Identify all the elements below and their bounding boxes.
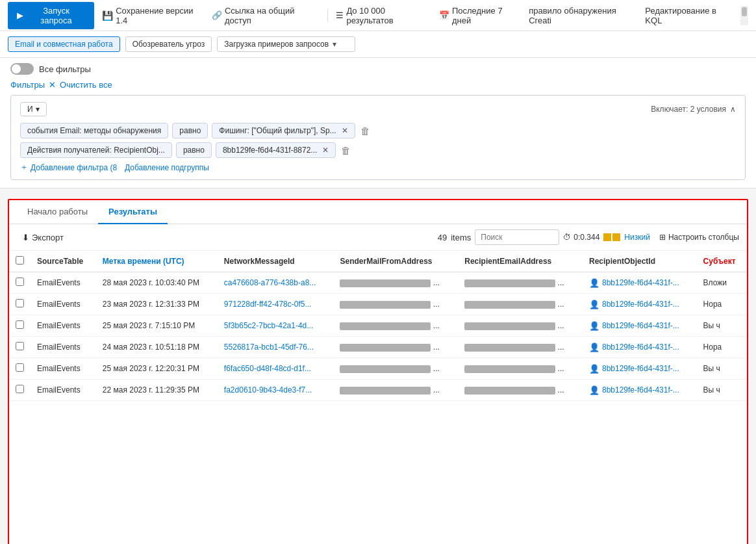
cell-source-5: EmailEvents	[31, 380, 96, 401]
remove-value-2-icon[interactable]: ✕	[322, 146, 329, 155]
close-filters-icon[interactable]: ✕	[49, 80, 56, 90]
remove-value-1-icon[interactable]: ✕	[342, 126, 348, 135]
search-input[interactable]	[475, 229, 559, 245]
detect-label: правило обнаружения Creati	[529, 6, 637, 25]
objid-link-2[interactable]: 8bb129fe-f6d4-431f-...	[602, 321, 679, 330]
row-checkbox-cell[interactable]	[9, 358, 31, 380]
cell-source-2: EmailEvents	[31, 315, 96, 337]
filter-field-1[interactable]: события Email: методы обнаружения	[20, 123, 168, 138]
row-checkbox-cell[interactable]	[9, 294, 31, 315]
cell-objid-0[interactable]: 👤 8bb129fe-f6d4-431f-...	[583, 272, 697, 294]
dropdown-label: Загрузка примеров запросов	[224, 40, 329, 49]
calendar-icon: 📅	[439, 10, 449, 20]
logic-operator[interactable]: И ▾	[20, 102, 47, 116]
msgid-link-0[interactable]: ca476608-a776-438b-a8...	[224, 278, 316, 287]
row-checkbox-2[interactable]	[16, 320, 24, 329]
row-checkbox-3[interactable]	[16, 342, 24, 350]
cell-objid-3[interactable]: 👤 8bb129fe-f6d4-431f-...	[583, 337, 697, 358]
run-query-button[interactable]: ▶ Запуск запроса	[8, 2, 94, 29]
collapse-icon[interactable]: ∧	[730, 105, 736, 114]
row-checkbox-cell[interactable]	[9, 272, 31, 294]
msgid-link-3[interactable]: 5526817a-bcb1-45df-76...	[224, 343, 314, 352]
recipient-bar-3	[464, 344, 555, 352]
tab-threat-explorer[interactable]: Обозреватель угроз	[125, 36, 212, 52]
sender-bar-1	[340, 301, 431, 309]
detect-rule[interactable]: правило обнаружения Creati	[529, 6, 637, 25]
row-checkbox-4[interactable]	[16, 363, 24, 372]
msgid-link-1[interactable]: 971228df-ff42-478c-0f5...	[224, 300, 312, 309]
objid-link-3[interactable]: 8bb129fe-f6d4-431f-...	[602, 343, 679, 352]
cell-msgid-3[interactable]: 5526817a-bcb1-45df-76...	[218, 337, 334, 358]
tab-email-collab[interactable]: Email и совместная работа	[8, 36, 120, 52]
cell-msgid-4[interactable]: f6fac650-d48f-48cd-d1f...	[218, 358, 334, 380]
run-query-label: Запуск запроса	[27, 6, 85, 25]
select-all-header[interactable]	[9, 251, 31, 272]
recipient-bar-1	[464, 301, 555, 309]
time-value: 0:0.344	[573, 233, 599, 242]
col-sender: SenderMailFromAddress	[333, 251, 458, 272]
severity-label[interactable]: Низкий	[624, 233, 650, 242]
add-subgroup-button[interactable]: Добавление подгруппы	[125, 163, 209, 172]
cell-msgid-2[interactable]: 5f3b65c2-7bcb-42a1-4d...	[218, 315, 334, 337]
save-version[interactable]: 💾 Сохранение версии 1.4	[102, 6, 204, 25]
row-checkbox-5[interactable]	[16, 385, 24, 393]
objid-link-4[interactable]: 8bb129fe-f6d4-431f-...	[602, 364, 679, 373]
cell-objid-5[interactable]: 👤 8bb129fe-f6d4-431f-...	[583, 380, 697, 401]
plus-icon: ＋	[20, 162, 28, 173]
all-filters-toggle[interactable]	[10, 63, 34, 75]
limit-label: До 10 000 результатов	[346, 6, 431, 25]
sample-query-dropdown[interactable]: Загрузка примеров запросов ▾	[217, 36, 355, 52]
separator1	[327, 9, 328, 22]
cell-sender-4: ...	[333, 358, 458, 380]
add-filter-button[interactable]: ＋ Добавление фильтра (8	[20, 162, 117, 173]
msgid-link-2[interactable]: 5f3b65c2-7bcb-42a1-4d...	[224, 321, 313, 330]
customize-columns-button[interactable]: ⊞ Настроить столбцы	[659, 233, 739, 242]
cell-objid-2[interactable]: 👤 8bb129fe-f6d4-431f-...	[583, 315, 697, 337]
cell-msgid-0[interactable]: ca476608-a776-438b-a8...	[218, 272, 334, 294]
objid-link-0[interactable]: 8bb129fe-f6d4-431f-...	[602, 278, 679, 287]
tab-results[interactable]: Результаты	[98, 200, 168, 224]
cell-msgid-5[interactable]: fa2d0610-9b43-4de3-f7...	[218, 380, 334, 401]
table-container[interactable]: SourceTable Метка времени (UTC) NetworkM…	[9, 251, 747, 544]
filter-operator-1[interactable]: равно	[172, 123, 208, 138]
filter-value-2[interactable]: 8bb129fe-f6d4-431f-8872... ✕	[216, 142, 336, 158]
msgid-link-5[interactable]: fa2d0610-9b43-4de3-f7...	[224, 385, 312, 395]
cell-subject-0: Вложи	[697, 272, 747, 294]
cell-source-3: EmailEvents	[31, 337, 96, 358]
time-selector[interactable]: 📅 Последние 7 дней	[439, 6, 521, 25]
export-button[interactable]: ⬇ Экспорт	[17, 230, 69, 245]
row-checkbox-cell[interactable]	[9, 380, 31, 401]
delete-row-1-icon[interactable]: 🗑	[360, 125, 370, 136]
sender-bar-2	[340, 322, 431, 330]
scrollbar-thumb[interactable]	[742, 7, 747, 16]
share-icon: 🔗	[212, 10, 222, 20]
filter-value-1[interactable]: Фишинг: ["Общий фильтр"], Sp... ✕	[212, 123, 355, 138]
all-filters-label: Все фильтры	[39, 64, 91, 74]
list-icon: ☰	[336, 10, 344, 20]
filter-bar: Email и совместная работа Обозреватель у…	[0, 31, 756, 58]
cell-recipient-1: ...	[458, 294, 583, 315]
filter-field-2[interactable]: Действия получателей: RecipientObj...	[20, 142, 172, 158]
delete-row-2-icon[interactable]: 🗑	[341, 145, 351, 156]
row-checkbox-1[interactable]	[16, 299, 24, 307]
cell-objid-4[interactable]: 👤 8bb129fe-f6d4-431f-...	[583, 358, 697, 380]
row-checkbox-cell[interactable]	[9, 315, 31, 337]
tab-getting-started[interactable]: Начало работы	[17, 200, 98, 224]
cell-msgid-1[interactable]: 971228df-ff42-478c-0f5...	[218, 294, 334, 315]
share-link[interactable]: 🔗 Ссылка на общий доступ	[212, 6, 320, 25]
clear-all-button[interactable]: Очистить все	[60, 80, 112, 90]
select-all-checkbox[interactable]	[16, 256, 24, 265]
row-checkbox-0[interactable]	[16, 278, 24, 286]
cell-source-0: EmailEvents	[31, 272, 96, 294]
kql-edit[interactable]: Редактирование в KQL	[645, 6, 733, 25]
objid-link-5[interactable]: 8bb129fe-f6d4-431f-...	[602, 385, 679, 395]
user-icon-2: 👤	[589, 321, 599, 331]
filter-operator-2[interactable]: равно	[176, 142, 212, 158]
row-checkbox-cell[interactable]	[9, 337, 31, 358]
objid-link-1[interactable]: 8bb129fe-f6d4-431f-...	[602, 300, 679, 309]
msgid-link-4[interactable]: f6fac650-d48f-48cd-d1f...	[224, 364, 311, 373]
results-table: SourceTable Метка времени (UTC) NetworkM…	[9, 251, 747, 401]
user-icon-0: 👤	[589, 278, 599, 288]
cell-objid-1[interactable]: 👤 8bb129fe-f6d4-431f-...	[583, 294, 697, 315]
limit-selector[interactable]: ☰ До 10 000 результатов	[336, 6, 431, 25]
